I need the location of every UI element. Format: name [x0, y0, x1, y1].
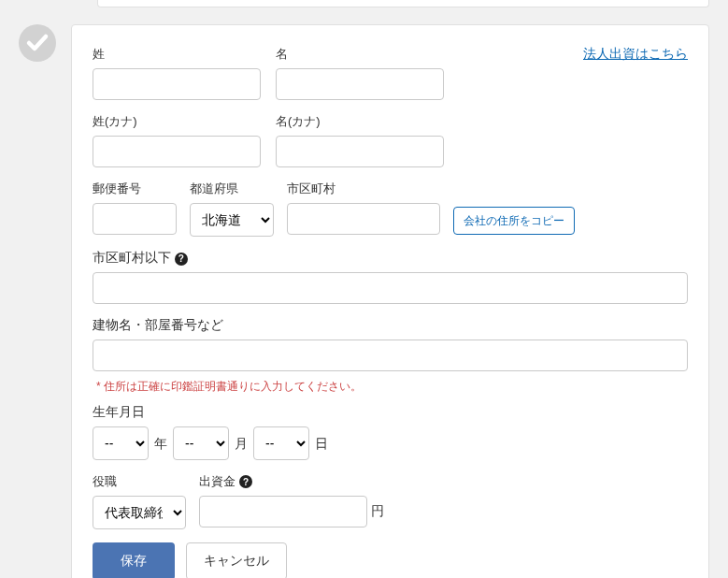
birth-day-select[interactable]: --	[253, 426, 309, 460]
step-check-icon	[19, 24, 56, 62]
birth-month-select[interactable]: --	[173, 426, 229, 460]
label-city-below: 市区町村以下 ?	[93, 250, 688, 267]
day-unit: 日	[315, 436, 328, 460]
address-note: * 住所は正確に印鑑証明書通りに入力してください。	[96, 379, 688, 395]
investor-form-card: 姓 名 法人出資はこちら 姓(カナ) 名(カナ)	[71, 24, 709, 578]
label-position: 役職	[93, 473, 186, 490]
label-first-name-kana: 名(カナ)	[276, 113, 444, 130]
position-select[interactable]: 代表取締役	[93, 496, 186, 529]
corporate-investment-link[interactable]: 法人出資はこちら	[583, 46, 688, 63]
investment-amount-input[interactable]	[199, 496, 367, 527]
label-first-name: 名	[276, 46, 444, 63]
label-zip: 郵便番号	[93, 181, 177, 197]
label-last-name: 姓	[93, 46, 261, 63]
first-name-kana-input[interactable]	[276, 136, 444, 167]
city-input[interactable]	[287, 203, 440, 235]
label-investment-text: 出資金	[199, 473, 236, 490]
last-name-input[interactable]	[93, 68, 261, 100]
month-unit: 月	[235, 436, 248, 460]
label-investment: 出資金 ?	[199, 473, 384, 490]
birth-year-select[interactable]: --	[93, 426, 149, 460]
save-button[interactable]: 保存	[93, 542, 175, 578]
previous-card-sliver	[97, 0, 709, 7]
help-icon[interactable]: ?	[239, 475, 252, 488]
last-name-kana-input[interactable]	[93, 136, 261, 167]
label-prefecture: 都道府県	[190, 181, 274, 197]
prefecture-select[interactable]: 北海道	[190, 203, 274, 237]
zip-input[interactable]	[93, 203, 177, 235]
city-below-input[interactable]	[93, 272, 688, 304]
cancel-button[interactable]: キャンセル	[186, 542, 287, 578]
amount-unit: 円	[371, 503, 384, 527]
label-building: 建物名・部屋番号など	[93, 317, 688, 334]
label-last-name-kana: 姓(カナ)	[93, 113, 261, 130]
year-unit: 年	[154, 436, 167, 460]
help-icon[interactable]: ?	[175, 253, 188, 266]
label-city-below-text: 市区町村以下	[93, 250, 171, 265]
building-input[interactable]	[93, 340, 688, 371]
first-name-input[interactable]	[276, 68, 444, 100]
label-city: 市区町村	[287, 181, 440, 197]
copy-company-address-button[interactable]: 会社の住所をコピー	[453, 207, 575, 235]
label-birthdate: 生年月日	[93, 404, 688, 421]
